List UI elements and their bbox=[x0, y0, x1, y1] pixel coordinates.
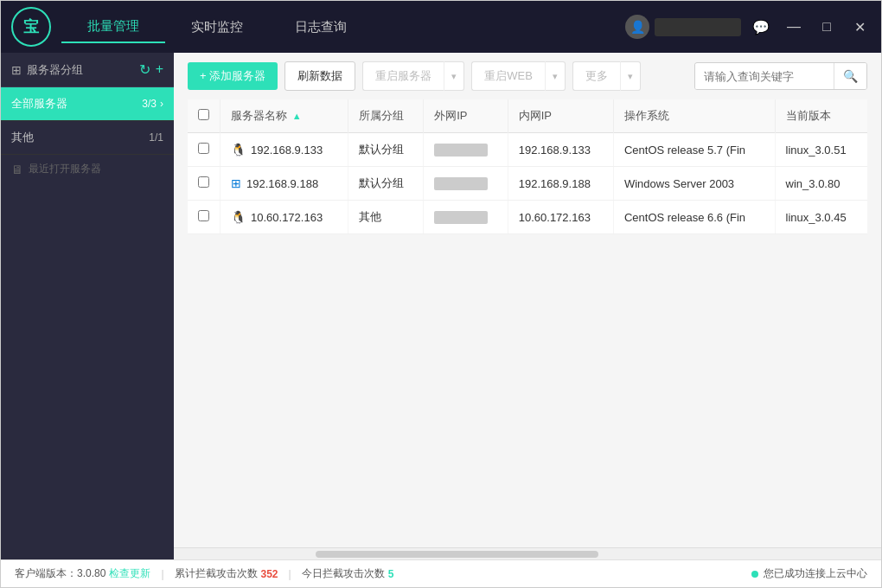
other-count: 1/1 bbox=[149, 131, 163, 144]
select-all-checkbox[interactable] bbox=[198, 109, 209, 120]
user-area: 👤 bbox=[625, 15, 741, 39]
th-name: 服务器名称 ▲ bbox=[220, 99, 348, 133]
recent-label: 最近打开服务器 bbox=[29, 162, 101, 176]
row-checkbox-cell bbox=[188, 201, 220, 234]
th-checkbox bbox=[188, 99, 220, 133]
cell-wan-ip bbox=[424, 201, 508, 234]
more-dropdown: 更多 ▾ bbox=[572, 61, 641, 91]
restart-web-arrow[interactable]: ▾ bbox=[545, 61, 566, 91]
attack-today-label: 今日拦截攻击次数 bbox=[302, 566, 385, 581]
search-button[interactable]: 🔍 bbox=[834, 63, 866, 89]
sidebar-section-label: 服务器分组 bbox=[27, 62, 139, 78]
th-os: 操作系统 bbox=[613, 99, 775, 133]
row-checkbox[interactable] bbox=[198, 210, 209, 221]
cell-wan-ip bbox=[424, 167, 508, 201]
cell-wan-ip bbox=[424, 133, 508, 167]
recent-servers-section: 🖥 最近打开服务器 bbox=[1, 155, 174, 183]
wan-ip-blurred bbox=[434, 144, 487, 157]
close-button[interactable]: ✕ bbox=[847, 14, 872, 40]
scrollbar-track[interactable] bbox=[316, 551, 598, 558]
content-area: + 添加服务器 刷新数据 重启服务器 ▾ 重启WEB ▾ 更多 ▾ 🔍 bbox=[174, 53, 881, 559]
cell-lan-ip: 192.168.9.133 bbox=[508, 133, 613, 167]
table-row: 🐧10.60.172.163其他 10.60.172.163CentOS rel… bbox=[188, 201, 867, 234]
sort-icon: ▲ bbox=[292, 111, 302, 121]
cell-os: Windows Server 2003 bbox=[613, 167, 775, 201]
sidebar-item-all-servers[interactable]: 全部服务器 3/3 › bbox=[1, 87, 174, 121]
cell-lan-ip: 192.168.9.188 bbox=[508, 167, 613, 201]
cell-version: linux_3.0.51 bbox=[775, 133, 867, 167]
cell-version: linux_3.0.45 bbox=[775, 201, 867, 234]
add-group-icon[interactable]: + bbox=[156, 61, 163, 78]
cell-group: 其他 bbox=[348, 201, 424, 234]
statusbar-right: 您已成功连接上云中心 bbox=[751, 566, 867, 581]
scrollbar-area[interactable] bbox=[174, 547, 881, 559]
restart-web-button: 重启WEB bbox=[471, 61, 545, 91]
cell-version: win_3.0.80 bbox=[775, 167, 867, 201]
cell-server-name: ⊞192.168.9.188 bbox=[220, 167, 348, 201]
cell-group: 默认分组 bbox=[348, 167, 424, 201]
nav-realtime-monitor[interactable]: 实时监控 bbox=[165, 12, 269, 42]
titlebar-right: 👤 💬 — □ ✕ bbox=[625, 14, 872, 40]
search-input[interactable] bbox=[695, 64, 834, 89]
statusbar: 客户端版本：3.0.80 检查更新 | 累计拦截攻击次数 352 | 今日拦截攻… bbox=[1, 559, 881, 587]
linux-icon: 🐧 bbox=[231, 143, 246, 157]
other-label: 其他 bbox=[11, 130, 149, 145]
cell-lan-ip: 10.60.172.163 bbox=[508, 201, 613, 234]
all-servers-count: 3/3 bbox=[142, 98, 157, 110]
nav-bar: 批量管理 实时监控 日志查询 bbox=[61, 11, 625, 43]
restart-web-dropdown: 重启WEB ▾ bbox=[471, 61, 566, 91]
cell-os: CentOS release 6.6 (Fin bbox=[613, 201, 775, 234]
server-group-icon: ⊞ bbox=[11, 63, 22, 77]
th-group: 所属分组 bbox=[348, 99, 424, 133]
minimize-button[interactable]: — bbox=[781, 14, 807, 40]
chat-button[interactable]: 💬 bbox=[748, 14, 774, 40]
refresh-button[interactable]: 刷新数据 bbox=[284, 61, 355, 91]
sidebar-header-actions: ↻ + bbox=[139, 61, 163, 78]
wan-ip-blurred bbox=[434, 211, 487, 224]
attack-today-count: 5 bbox=[388, 568, 394, 580]
row-checkbox[interactable] bbox=[198, 176, 209, 188]
version-label: 客户端版本：3.0.80 bbox=[15, 566, 105, 581]
monitor-icon: 🖥 bbox=[11, 163, 23, 176]
windows-icon: ⊞ bbox=[231, 176, 241, 190]
titlebar: 宝 批量管理 实时监控 日志查询 👤 💬 — □ ✕ bbox=[1, 1, 881, 53]
sidebar-header: ⊞ 服务器分组 ↻ + bbox=[1, 53, 174, 87]
all-servers-arrow: › bbox=[160, 98, 163, 110]
sidebar: ⊞ 服务器分组 ↻ + 全部服务器 3/3 › 其他 1/1 🖥 最近打开服务器 bbox=[1, 53, 174, 559]
main-layout: ⊞ 服务器分组 ↻ + 全部服务器 3/3 › 其他 1/1 🖥 最近打开服务器… bbox=[1, 53, 881, 559]
table-row: ⊞192.168.9.188默认分组 192.168.9.188Windows … bbox=[188, 167, 867, 201]
cell-server-name: 🐧10.60.172.163 bbox=[220, 201, 348, 234]
more-button: 更多 bbox=[572, 61, 620, 91]
th-wan-ip: 外网IP bbox=[424, 99, 508, 133]
th-lan-ip: 内网IP bbox=[508, 99, 613, 133]
user-name bbox=[655, 18, 741, 36]
search-box: 🔍 bbox=[694, 62, 867, 90]
nav-batch-manage[interactable]: 批量管理 bbox=[61, 11, 165, 43]
sidebar-item-other[interactable]: 其他 1/1 bbox=[1, 121, 174, 155]
toolbar: + 添加服务器 刷新数据 重启服务器 ▾ 重启WEB ▾ 更多 ▾ 🔍 bbox=[174, 53, 881, 99]
table-row: 🐧192.168.9.133默认分组 192.168.9.133CentOS r… bbox=[188, 133, 867, 167]
more-arrow[interactable]: ▾ bbox=[620, 61, 641, 91]
cell-os: CentOS release 5.7 (Fin bbox=[613, 133, 775, 167]
connection-status-label: 您已成功连接上云中心 bbox=[764, 566, 867, 581]
attack-total-label: 累计拦截攻击次数 bbox=[175, 566, 258, 581]
nav-log-query[interactable]: 日志查询 bbox=[269, 12, 373, 42]
row-checkbox[interactable] bbox=[198, 143, 209, 154]
user-avatar: 👤 bbox=[625, 15, 649, 39]
refresh-groups-icon[interactable]: ↻ bbox=[139, 61, 150, 78]
add-server-button[interactable]: + 添加服务器 bbox=[188, 62, 278, 90]
restart-server-button: 重启服务器 bbox=[362, 61, 444, 91]
row-checkbox-cell bbox=[188, 167, 220, 201]
cell-group: 默认分组 bbox=[348, 133, 424, 167]
linux-icon: 🐧 bbox=[231, 210, 246, 224]
wan-ip-blurred bbox=[434, 177, 487, 190]
restart-server-dropdown: 重启服务器 ▾ bbox=[362, 61, 464, 91]
check-update-link[interactable]: 检查更新 bbox=[109, 566, 150, 581]
attack-total-count: 352 bbox=[261, 568, 278, 580]
restart-server-arrow[interactable]: ▾ bbox=[444, 61, 464, 91]
app-logo: 宝 bbox=[10, 5, 53, 48]
maximize-button[interactable]: □ bbox=[814, 14, 840, 40]
server-table: 服务器名称 ▲ 所属分组 外网IP 内网IP 操作系统 当前版本 🐧192.16… bbox=[188, 99, 867, 234]
row-checkbox-cell bbox=[188, 133, 220, 167]
all-servers-label: 全部服务器 bbox=[11, 96, 142, 112]
